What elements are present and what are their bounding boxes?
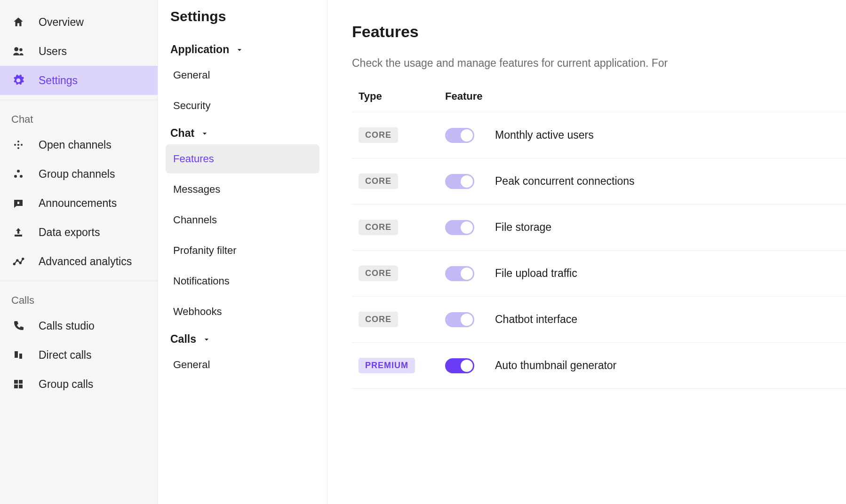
feature-name: File upload traffic	[495, 267, 577, 280]
feature-toggle[interactable]	[445, 266, 474, 281]
nav-item-messages[interactable]: Messages	[166, 175, 319, 204]
nav-item-calls-general[interactable]: General	[166, 350, 319, 379]
sidebar-item-users[interactable]: Users	[0, 37, 158, 66]
type-badge: CORE	[359, 220, 398, 235]
column-type: Type	[359, 90, 445, 102]
announcements-icon	[11, 196, 25, 210]
sidebar-item-label: Open channels	[39, 139, 112, 151]
svg-rect-19	[14, 385, 18, 388]
svg-rect-20	[19, 385, 23, 388]
svg-point-9	[20, 175, 23, 178]
table-row: PREMIUM Auto thumbnail generator	[352, 343, 846, 389]
page-title: Features	[352, 23, 846, 41]
feature-toggle[interactable]	[445, 220, 474, 235]
sidebar-item-open-channels[interactable]: Open channels	[0, 130, 158, 159]
sidebar-item-calls-studio[interactable]: Calls studio	[0, 311, 158, 340]
sidebar-item-label: Overview	[39, 16, 84, 29]
sidebar-item-label: Group channels	[39, 168, 115, 181]
chevron-down-icon	[200, 129, 209, 138]
feature-toggle[interactable]	[445, 174, 474, 189]
svg-point-6	[17, 147, 19, 149]
nav-item-channels[interactable]: Channels	[166, 205, 319, 235]
sidebar-item-label: Direct calls	[39, 349, 91, 362]
users-icon	[11, 44, 25, 58]
data-exports-icon	[11, 225, 25, 239]
svg-point-2	[17, 144, 19, 146]
table-row: CORE Peak concurrent connections	[352, 158, 846, 205]
svg-rect-15	[15, 351, 18, 358]
nav-item-security[interactable]: Security	[166, 91, 319, 120]
feature-toggle[interactable]	[445, 312, 474, 327]
svg-rect-18	[19, 380, 23, 384]
main-sidebar: Overview Users Settings Chat Open channe…	[0, 0, 158, 504]
svg-rect-10	[17, 202, 19, 204]
sidebar-divider	[0, 281, 158, 281]
svg-point-4	[21, 144, 23, 146]
svg-point-8	[14, 175, 17, 178]
table-row: CORE Monthly active users	[352, 112, 846, 158]
sidebar-item-label: Advanced analytics	[39, 255, 132, 268]
type-badge: CORE	[359, 312, 398, 327]
feature-name: Chatbot interface	[495, 313, 577, 326]
settings-title: Settings	[170, 8, 315, 24]
feature-name: File storage	[495, 221, 551, 234]
sidebar-item-label: Users	[39, 45, 67, 58]
type-badge: CORE	[359, 266, 398, 281]
nav-item-features[interactable]: Features	[166, 144, 319, 173]
sidebar-item-direct-calls[interactable]: Direct calls	[0, 340, 158, 370]
phone-icon	[11, 319, 25, 333]
direct-calls-icon	[11, 348, 25, 362]
sidebar-divider	[0, 100, 158, 100]
table-row: CORE File upload traffic	[352, 251, 846, 297]
gear-icon	[11, 73, 25, 87]
table-row: CORE File storage	[352, 205, 846, 251]
sidebar-item-label: Data exports	[39, 226, 100, 239]
svg-point-7	[17, 170, 20, 173]
nav-group-label: Application	[170, 43, 229, 56]
svg-point-1	[19, 48, 22, 52]
feature-toggle[interactable]	[445, 358, 474, 373]
nav-group-application[interactable]: Application	[170, 43, 315, 56]
chevron-down-icon	[202, 335, 211, 344]
nav-item-general[interactable]: General	[166, 61, 319, 90]
type-badge: CORE	[359, 127, 398, 143]
type-badge: PREMIUM	[359, 358, 415, 373]
feature-name: Monthly active users	[495, 129, 594, 142]
nav-group-calls[interactable]: Calls	[170, 333, 315, 346]
grid-icon	[11, 377, 25, 391]
sidebar-item-overview[interactable]: Overview	[0, 8, 158, 37]
sidebar-item-data-exports[interactable]: Data exports	[0, 218, 158, 247]
nav-group-label: Calls	[170, 333, 196, 346]
nav-group-chat[interactable]: Chat	[170, 127, 315, 140]
nav-item-notifications[interactable]: Notifications	[166, 267, 319, 296]
nav-item-profanity-filter[interactable]: Profanity filter	[166, 236, 319, 265]
type-badge: CORE	[359, 173, 398, 189]
sidebar-item-announcements[interactable]: Announcements	[0, 189, 158, 218]
open-channels-icon	[11, 138, 25, 152]
svg-point-5	[17, 141, 19, 142]
svg-rect-17	[14, 380, 18, 384]
sidebar-item-label: Calls studio	[39, 320, 95, 332]
svg-rect-16	[19, 354, 22, 359]
features-table: Type Feature CORE Monthly active users C…	[352, 90, 846, 389]
sidebar-section-title-chat: Chat	[0, 102, 158, 130]
sidebar-item-settings[interactable]: Settings	[0, 66, 158, 95]
analytics-icon	[11, 254, 25, 268]
column-feature: Feature	[445, 90, 495, 102]
nav-group-label: Chat	[170, 127, 194, 140]
sidebar-item-group-channels[interactable]: Group channels	[0, 159, 158, 189]
table-header: Type Feature	[352, 90, 846, 112]
svg-point-3	[14, 144, 16, 146]
sidebar-item-label: Group calls	[39, 378, 93, 391]
sidebar-item-label: Announcements	[39, 197, 117, 210]
svg-point-0	[14, 47, 18, 51]
sidebar-item-advanced-analytics[interactable]: Advanced analytics	[0, 247, 158, 276]
feature-name: Peak concurrent connections	[495, 175, 635, 188]
sidebar-item-group-calls[interactable]: Group calls	[0, 370, 158, 399]
sidebar-item-label: Settings	[39, 74, 78, 87]
feature-toggle[interactable]	[445, 128, 474, 143]
chevron-down-icon	[235, 45, 244, 55]
sidebar-section-title-calls: Calls	[0, 283, 158, 311]
nav-item-webhooks[interactable]: Webhooks	[166, 297, 319, 326]
feature-name: Auto thumbnail generator	[495, 359, 616, 372]
